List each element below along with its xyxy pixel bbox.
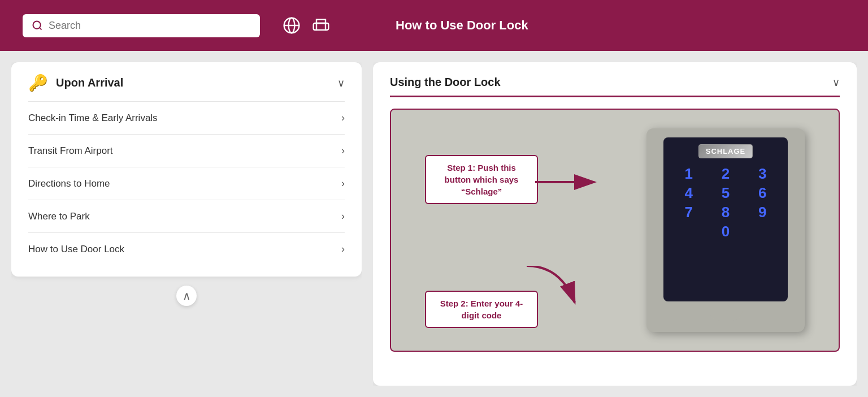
content-card: Using the Door Lock ∨ Step 1: Push this … [373,62,857,386]
key-6: 6 [747,185,779,200]
print-icon[interactable] [312,16,330,34]
key-2: 2 [709,166,741,181]
chevron-right-icon: › [341,243,345,255]
step2-arrow-icon [527,266,583,311]
chevron-right-icon: › [341,178,345,189]
key-9: 9 [747,205,779,219]
globe-icon[interactable] [283,16,301,34]
key-4: 4 [672,185,705,200]
bottom-chevron-bar: ∧ [11,282,362,309]
list-item[interactable]: Check-in Time & Early Arrivals › [28,101,345,134]
list-item[interactable]: Where to Park › [28,200,345,232]
section-title: Upon Arrival [56,76,329,89]
scroll-up-button[interactable]: ∧ [176,286,197,306]
item-label: Where to Park [28,211,90,222]
section-chevron[interactable]: ∨ [337,77,345,89]
content-chevron-icon[interactable]: ∨ [832,76,840,89]
item-label: How to Use Door Lock [28,244,124,255]
section-header: 🔑 Upon Arrival ∨ [28,74,345,101]
left-panel: 🔑 Upon Arrival ∨ Check-in Time & Early A… [11,62,362,386]
step2-callout: Step 2: Enter your 4-digit code [425,291,538,328]
chevron-right-icon: › [341,145,345,157]
menu-card: 🔑 Upon Arrival ∨ Check-in Time & Early A… [11,62,362,277]
search-input[interactable] [49,20,251,32]
search-icon [32,20,43,31]
key-icon: 🔑 [28,74,48,92]
keypad-handle [709,304,743,321]
keypad-device: SCHLAGE 1 2 3 4 5 6 7 8 9 0 [646,128,805,332]
search-box[interactable] [23,14,260,37]
content-section-title: Using the Door Lock [390,76,501,89]
lock-image-area: Step 1: Push this button which says “Sch… [390,109,840,352]
keypad-grid: 1 2 3 4 5 6 7 8 9 0 [672,166,779,239]
key-0: 0 [709,224,741,239]
chevron-right-icon: › [341,112,345,124]
svg-point-0 [33,21,41,29]
list-item[interactable]: Directions to Home › [28,167,345,200]
svg-line-1 [40,28,42,30]
step1-arrow-icon [535,171,603,193]
item-label: Directions to Home [28,178,110,189]
schlage-logo: SCHLAGE [698,144,753,158]
item-label: Check-in Time & Early Arrivals [28,113,158,124]
page-title: How to Use Door Lock [373,0,868,51]
step1-callout: Step 1: Push this button which says “Sch… [425,155,538,204]
key-8: 8 [709,205,741,219]
item-label: Transit From Airport [28,145,113,157]
list-item[interactable]: How to Use Door Lock › [28,232,345,265]
key-5: 5 [709,185,741,200]
key-3: 3 [747,166,779,181]
chevron-right-icon: › [341,210,345,222]
content-section-header: Using the Door Lock ∨ [390,76,840,97]
list-item[interactable]: Transit From Airport › [28,134,345,167]
keypad-face: SCHLAGE 1 2 3 4 5 6 7 8 9 0 [663,137,788,301]
right-panel: Using the Door Lock ∨ Step 1: Push this … [373,62,857,386]
svg-rect-5 [316,23,326,30]
key-7: 7 [672,205,705,219]
key-1: 1 [672,166,705,181]
